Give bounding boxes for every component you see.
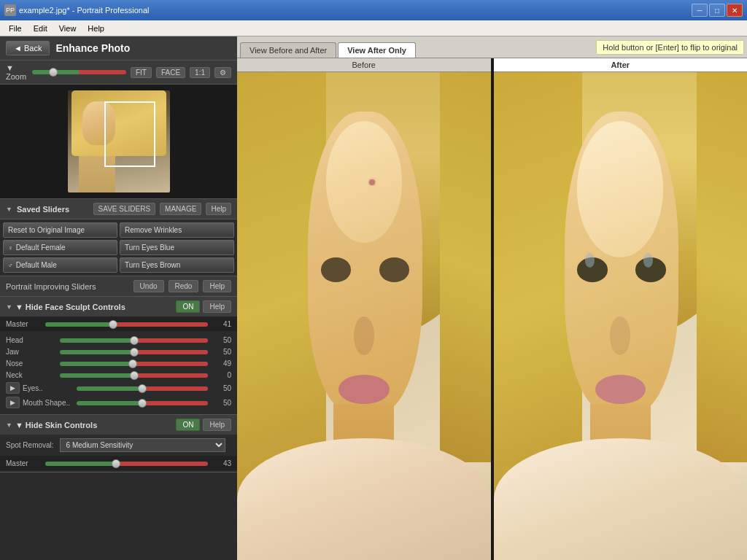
before-label: Before [237, 58, 491, 72]
face-sculpt-section: ▼ ▼ Hide Face Sculpt Controls ON Help Ma… [0, 297, 237, 415]
image-area: Before [237, 58, 747, 560]
default-male-label: Default Male [16, 261, 57, 269]
preset-turn-eyes-brown-button[interactable]: Turn Eyes Brown [120, 257, 234, 273]
mouth-value: 50 [211, 399, 231, 407]
face-sculpt-help-button[interactable]: Help [203, 300, 231, 313]
after-photo [494, 72, 748, 560]
reset-label: Reset to Original Image [8, 226, 85, 234]
preset-reset-button[interactable]: Reset to Original Image [3, 222, 117, 238]
manage-button[interactable]: MANAGE [160, 203, 201, 215]
zoom-settings-button[interactable]: ⚙ [214, 67, 231, 78]
zoom-row: ▼ Zoom FIT FACE 1:1 ⚙ [0, 61, 237, 85]
zoom-slider[interactable] [32, 70, 126, 74]
master-face-slider[interactable] [45, 322, 208, 327]
main-layout: ◄ Back Enhance Photo ▼ Zoom FIT FACE 1:1… [0, 36, 747, 560]
portrait-sliders-title: Portrait Improving Sliders [6, 282, 129, 291]
spot-removal-row: Spot Removal: 6 Medium Sensitivity [0, 435, 237, 456]
thumbnail-area [0, 85, 237, 199]
window-controls: ─ □ ✕ [692, 4, 743, 17]
after-label: After [494, 58, 748, 72]
nose-slider[interactable] [60, 362, 208, 366]
maximize-button[interactable]: □ [709, 4, 725, 17]
skin-master-label: Master [6, 459, 42, 467]
right-panel: View Before and After View After Only Ho… [237, 36, 747, 560]
remove-wrinkles-label: Remove Wrinkles [125, 226, 182, 234]
face-sculpt-header: ▼ ▼ Hide Face Sculpt Controls ON Help [0, 297, 237, 316]
save-sliders-button[interactable]: SAVE SLIDERS [93, 203, 156, 215]
face-sculpt-triangle: ▼ [6, 303, 12, 311]
mouth-expand-button[interactable]: ▶ [6, 397, 20, 408]
head-label: Head [6, 336, 57, 344]
mouth-label: Mouth Shape.. [23, 399, 74, 407]
menu-edit[interactable]: Edit [28, 23, 53, 34]
view-tabs: View Before and After View After Only Ho… [237, 36, 747, 58]
jaw-value: 50 [211, 348, 231, 356]
female-icon: ♀ [8, 244, 13, 252]
skin-controls-help-button[interactable]: Help [203, 419, 231, 431]
menu-view[interactable]: View [53, 23, 82, 34]
portrait-sliders-header: Portrait Improving Sliders Undo Redo Hel… [0, 276, 237, 297]
saved-sliders-help-button[interactable]: Help [206, 203, 231, 215]
master-label: Master [6, 320, 42, 328]
window-title: example2.jpg* - Portrait Professional [19, 6, 692, 15]
menu-file[interactable]: File [3, 23, 28, 34]
nose-slider-row: Nose 49 [6, 359, 231, 368]
back-button[interactable]: ◄ Back [6, 41, 50, 55]
close-button[interactable]: ✕ [727, 4, 743, 17]
preset-remove-wrinkles-button[interactable]: Remove Wrinkles [120, 222, 234, 238]
before-panel: Before [237, 58, 492, 560]
tab-before-after[interactable]: View Before and After [240, 42, 336, 58]
head-slider[interactable] [60, 338, 208, 343]
eyes-label: Eyes.. [23, 384, 74, 392]
saved-sliders-title: Saved Sliders [17, 205, 89, 214]
presets-grid: Reset to Original Image Remove Wrinkles … [0, 219, 237, 276]
mouth-slider-row: ▶ Mouth Shape.. 50 [6, 397, 231, 408]
jaw-slider-row: Jaw 50 [6, 347, 231, 356]
preset-default-male-button[interactable]: ♂ Default Male [3, 257, 117, 273]
menubar: File Edit View Help [0, 20, 747, 36]
skin-master-slider-row: Master 43 [0, 456, 237, 470]
face-button[interactable]: FACE [156, 67, 185, 78]
skin-master-slider[interactable] [45, 462, 208, 466]
before-photo [237, 72, 491, 560]
zoom-label: ▼ Zoom [6, 63, 28, 81]
mouth-slider[interactable] [77, 401, 208, 405]
panel-header: ◄ Back Enhance Photo [0, 36, 237, 61]
undo-button[interactable]: Undo [133, 280, 164, 292]
skin-controls-header: ▼ ▼ Hide Skin Controls ON Help [0, 415, 237, 435]
tab-after-only[interactable]: View After Only [338, 42, 416, 58]
jaw-label: Jaw [6, 348, 57, 356]
preset-default-female-button[interactable]: ♀ Default Female [3, 240, 117, 255]
hint-box: Hold button or [Enter] to flip to origin… [596, 40, 744, 55]
nose-value: 49 [211, 359, 231, 368]
skin-controls-section: ▼ ▼ Hide Skin Controls ON Help Spot Remo… [0, 415, 237, 472]
preset-turn-eyes-blue-button[interactable]: Turn Eyes Blue [120, 240, 234, 255]
menu-help[interactable]: Help [82, 23, 110, 34]
neck-slider[interactable] [60, 373, 208, 378]
head-slider-row: Head 50 [6, 335, 231, 344]
panel-title: Enhance Photo [55, 42, 130, 54]
thumbnail[interactable] [68, 90, 170, 192]
default-female-label: Default Female [16, 244, 66, 252]
neck-slider-row: Neck 0 [6, 370, 231, 379]
saved-sliders-header: ▼ Saved Sliders SAVE SLIDERS MANAGE Help [0, 199, 237, 219]
turn-eyes-blue-label: Turn Eyes Blue [125, 244, 174, 252]
face-sculpt-title: ▼ Hide Face Sculpt Controls [15, 303, 174, 311]
skin-controls-on-button[interactable]: ON [176, 419, 200, 431]
minimize-button[interactable]: ─ [692, 4, 708, 17]
eyes-slider-row: ▶ Eyes.. 50 [6, 382, 231, 394]
one-to-one-button[interactable]: 1:1 [190, 67, 210, 78]
eyes-expand-button[interactable]: ▶ [6, 382, 20, 394]
face-sculpt-on-button[interactable]: ON [176, 300, 200, 313]
master-slider-row: Master 41 [0, 316, 237, 331]
jaw-slider[interactable] [60, 350, 208, 354]
fit-button[interactable]: FIT [131, 67, 152, 78]
spot-removal-label: Spot Removal: [6, 441, 54, 449]
master-face-value: 41 [211, 320, 231, 328]
redo-button[interactable]: Redo [169, 280, 199, 292]
neck-value: 0 [211, 371, 231, 379]
left-panel: ◄ Back Enhance Photo ▼ Zoom FIT FACE 1:1… [0, 36, 237, 560]
eyes-slider[interactable] [77, 386, 208, 391]
portrait-sliders-help-button[interactable]: Help [203, 280, 231, 292]
spot-removal-select[interactable]: 6 Medium Sensitivity [60, 438, 225, 452]
